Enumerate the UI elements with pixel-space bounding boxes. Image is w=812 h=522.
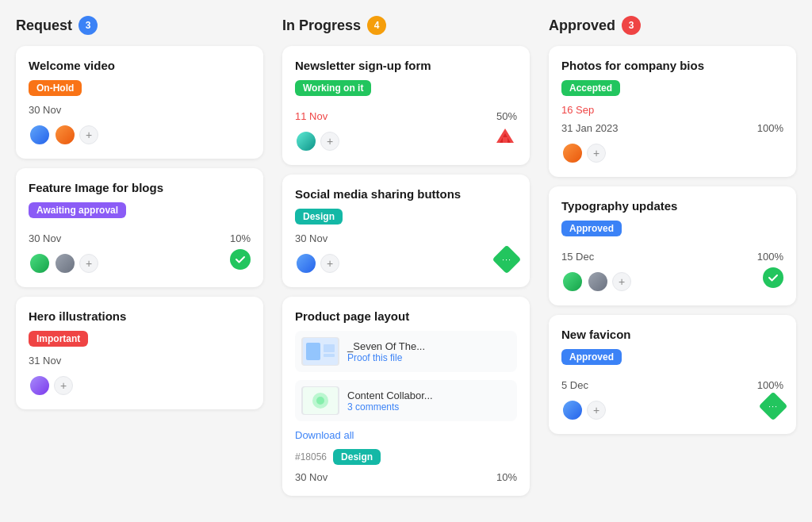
card-title-product-page: Product page layout bbox=[295, 309, 517, 323]
avatar-group-feature-image: + bbox=[29, 252, 98, 274]
avatar bbox=[295, 252, 317, 274]
tag-accepted: Accepted bbox=[561, 80, 620, 96]
card-bottom-new-favicon: + ··· bbox=[561, 391, 783, 421]
column-badge-approved: 3 bbox=[622, 16, 641, 35]
card-percent-newsletter: 50% bbox=[496, 110, 517, 122]
tag-important: Important bbox=[29, 331, 88, 347]
add-avatar-button[interactable]: + bbox=[79, 125, 98, 144]
card-percent-feature-image: 10% bbox=[230, 232, 251, 244]
card-photos-bios: Photos for company bios Accepted 16 Sep … bbox=[549, 46, 796, 177]
file-thumbnail-1 bbox=[301, 337, 339, 366]
tag-on-hold: On-Hold bbox=[29, 80, 82, 96]
card-percent-typography: 100% bbox=[757, 251, 783, 263]
card-title-welcome-video: Welcome video bbox=[29, 59, 251, 72]
svg-rect-2 bbox=[503, 137, 508, 143]
column-in-progress: In Progress 4 Newsletter sign-up form Wo… bbox=[282, 16, 530, 505]
kanban-board: Request 3 Welcome video On-Hold 30 Nov +… bbox=[16, 16, 796, 505]
card-title-new-favicon: New favicon bbox=[561, 328, 783, 341]
card-percent-product-page: 10% bbox=[496, 471, 517, 483]
tag-design-social: Design bbox=[295, 209, 343, 225]
card-social-media: Social media sharing buttons Design 30 N… bbox=[282, 175, 530, 287]
file-preview-2: Content Collabor... 3 comments bbox=[295, 380, 517, 421]
card-typography: Typography updates Approved 15 Dec 100% … bbox=[549, 186, 796, 305]
card-date-welcome-video: 30 Nov bbox=[29, 104, 251, 116]
proof-file-link[interactable]: Proof this file bbox=[347, 352, 425, 363]
avatar-group-photos-bios: + bbox=[561, 142, 783, 164]
tag-approved-typography: Approved bbox=[561, 221, 622, 236]
column-header-in-progress: In Progress 4 bbox=[282, 16, 530, 35]
avatar bbox=[295, 130, 317, 152]
column-badge-in-progress: 4 bbox=[367, 16, 386, 35]
add-avatar-button[interactable]: + bbox=[54, 376, 73, 395]
card-feature-image: Feature Image for blogs Awaiting approva… bbox=[16, 168, 263, 287]
card-title-newsletter: Newsletter sign-up form bbox=[295, 59, 517, 72]
column-title-approved: Approved bbox=[549, 17, 615, 34]
card-newsletter: Newsletter sign-up form Working on it 11… bbox=[282, 46, 530, 165]
card-hero-illustrations: Hero illustrations Important 31 Nov + bbox=[16, 297, 263, 409]
card-date-new-favicon: 5 Dec bbox=[561, 379, 588, 391]
card-date-photos-bios: 31 Jan 2023 bbox=[561, 122, 619, 134]
download-all-link[interactable]: Download all bbox=[295, 429, 517, 441]
avatar bbox=[561, 399, 584, 421]
card-bottom-feature-image: + bbox=[29, 244, 251, 274]
column-approved: Approved 3 Photos for company bios Accep… bbox=[549, 16, 796, 505]
column-title-in-progress: In Progress bbox=[282, 17, 361, 34]
avatar bbox=[54, 252, 76, 274]
card-meta-typography: 15 Dec 100% bbox=[561, 251, 783, 263]
card-title-typography: Typography updates bbox=[561, 199, 783, 213]
check-icon bbox=[763, 267, 783, 288]
avatar-group-new-favicon: + bbox=[561, 399, 606, 421]
card-date-typography: 15 Dec bbox=[561, 251, 594, 263]
avatar-group-hero-illustrations: + bbox=[29, 374, 251, 397]
svg-rect-4 bbox=[306, 343, 320, 360]
check-icon bbox=[230, 249, 251, 270]
avatar-group-newsletter: + bbox=[295, 130, 339, 152]
file-thumbnail-2 bbox=[301, 386, 339, 415]
avatar bbox=[29, 252, 51, 274]
card-meta-new-favicon: 5 Dec 100% bbox=[561, 379, 783, 391]
column-header-approved: Approved 3 bbox=[549, 16, 796, 35]
avatar-group-welcome-video: + bbox=[29, 124, 251, 146]
add-avatar-button[interactable]: + bbox=[320, 254, 339, 273]
add-avatar-button[interactable]: + bbox=[587, 144, 606, 163]
add-avatar-button[interactable]: + bbox=[587, 401, 606, 420]
card-date-hero-illustrations: 31 Nov bbox=[29, 355, 251, 367]
card-date-social-media: 30 Nov bbox=[295, 232, 517, 244]
file-info-1: _Seven Of The... Proof this file bbox=[347, 340, 425, 363]
column-header-request: Request 3 bbox=[16, 16, 263, 35]
file-info-2: Content Collabor... 3 comments bbox=[347, 390, 433, 413]
avatar bbox=[587, 271, 609, 293]
card-percent-new-favicon: 100% bbox=[757, 379, 783, 391]
avatar-group-typography: + bbox=[561, 271, 631, 293]
file-name-1: _Seven Of The... bbox=[347, 340, 425, 352]
card-bottom-social-media: + ··· bbox=[295, 244, 517, 274]
card-title-hero-illustrations: Hero illustrations bbox=[29, 309, 251, 323]
card-id-row: #18056 Design bbox=[295, 449, 517, 465]
avatar bbox=[54, 124, 76, 146]
file-name-2: Content Collabor... bbox=[347, 390, 433, 401]
card-title-feature-image: Feature Image for blogs bbox=[29, 181, 251, 194]
tag-approved-favicon: Approved bbox=[561, 349, 622, 365]
diamond-dots-icon: ··· bbox=[492, 245, 522, 274]
comments-link[interactable]: 3 comments bbox=[347, 401, 433, 413]
card-title-social-media: Social media sharing buttons bbox=[295, 187, 517, 201]
add-avatar-button[interactable]: + bbox=[320, 132, 339, 151]
column-request: Request 3 Welcome video On-Hold 30 Nov +… bbox=[16, 16, 263, 505]
card-date-product-page: 30 Nov bbox=[295, 471, 327, 483]
card-new-favicon: New favicon Approved 5 Dec 100% + ··· bbox=[549, 315, 796, 434]
add-avatar-button[interactable]: + bbox=[612, 272, 631, 291]
avatar-group-social-media: + bbox=[295, 252, 339, 274]
add-avatar-button[interactable]: + bbox=[79, 254, 98, 273]
card-bottom-typography: + bbox=[561, 263, 783, 293]
column-title-request: Request bbox=[16, 17, 72, 34]
card-meta-newsletter: 11 Nov 50% bbox=[295, 110, 517, 122]
avatar bbox=[29, 374, 51, 397]
card-id-label: #18056 bbox=[295, 451, 327, 463]
arrow-up-icon bbox=[493, 125, 517, 149]
card-title-photos-bios: Photos for company bios bbox=[561, 59, 783, 72]
svg-rect-5 bbox=[324, 344, 335, 352]
card-percent-photos-bios: 100% bbox=[757, 122, 783, 134]
card-product-page: Product page layout _Seven Of The... Pro… bbox=[282, 297, 530, 496]
diamond-dots-icon: ··· bbox=[759, 392, 788, 421]
card-date-red-photos-bios: 16 Sep bbox=[561, 104, 783, 116]
